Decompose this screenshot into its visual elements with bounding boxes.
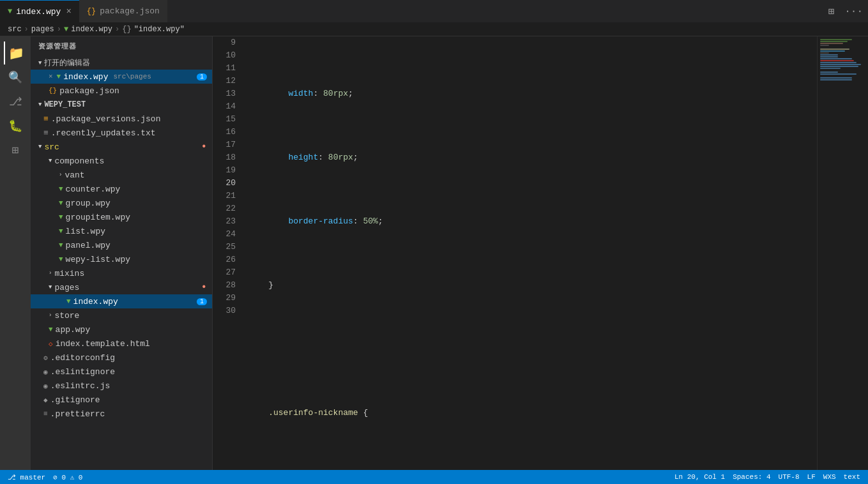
- minimap: [817, 36, 868, 470]
- chevron-right-store: ›: [49, 312, 52, 319]
- breadcrumb-file[interactable]: index.wpy: [71, 25, 112, 34]
- tree-item-index-wpy[interactable]: ▼ index.wpy 1: [31, 294, 212, 308]
- tab-index-wpy[interactable]: ▼ index.wpy ×: [0, 0, 79, 22]
- tree-item-mixins[interactable]: › mixins: [31, 266, 212, 280]
- tab-package-json[interactable]: {} package.json: [79, 0, 167, 22]
- wpy-icon-list: ▼: [59, 227, 63, 235]
- status-line-ending[interactable]: LF: [807, 473, 816, 481]
- status-text: text: [844, 473, 860, 481]
- tree-item-panel[interactable]: ▼ panel.wpy: [31, 238, 212, 252]
- code-line-9: width: 80rpx;: [248, 87, 817, 100]
- tree-item-store[interactable]: › store: [31, 308, 212, 322]
- line-numbers: 9 10 11 12 13 14 15 16 17 18 19 20 21 22…: [213, 36, 243, 470]
- tree-item-pkg-versions[interactable]: ≡ .package_versions.json: [31, 112, 212, 126]
- chevron-down-open-editors: ▼: [38, 60, 42, 66]
- lines-icon-prettier: ≡: [43, 410, 48, 418]
- code-line-14: .userinfo-nickname {: [248, 407, 817, 420]
- main-area: 📁 🔍 ⎇ 🐛 ⊞ 资源管理器 ▼ 打开的编辑器 × ▼ index.wpy s…: [0, 36, 868, 470]
- activity-git-icon[interactable]: ⎇: [4, 90, 27, 113]
- tree-item-vant[interactable]: › vant: [31, 168, 212, 182]
- wpy-icon-panel: ▼: [59, 241, 63, 249]
- breadcrumb-sep2: ›: [57, 25, 61, 34]
- activity-explorer-icon[interactable]: 📁: [4, 42, 27, 64]
- tree-item-prettierrc[interactable]: ≡ .prettierrc: [31, 407, 212, 421]
- activity-debug-icon[interactable]: 🐛: [4, 114, 27, 137]
- tree-item-group[interactable]: ▼ group.wpy: [31, 196, 212, 210]
- tree-item-groupitem[interactable]: ▼ groupitem.wpy: [31, 210, 212, 224]
- wpy-icon-1: ▼: [57, 73, 61, 80]
- tree-item-components[interactable]: ▼ components: [31, 154, 212, 168]
- chevron-down-project: ▼: [38, 102, 42, 108]
- open-editor-name-1: index.wpy: [63, 72, 108, 82]
- open-editors-item-1[interactable]: × ▼ index.wpy src\pages 1: [31, 70, 212, 84]
- activity-search-icon[interactable]: 🔍: [4, 66, 27, 89]
- chevron-down-src: ▼: [38, 144, 42, 150]
- json-tab-icon: {}: [87, 7, 96, 16]
- code-line-11: border-radius: 50%;: [248, 215, 817, 228]
- status-errors[interactable]: ⊘ 0 ⚠ 0: [53, 473, 82, 481]
- status-position: Ln 20, Col 1: [674, 473, 725, 481]
- tree-item-pages[interactable]: ▼ pages •: [31, 280, 212, 294]
- tree-item-gitignore[interactable]: ◆ .gitignore: [31, 393, 212, 407]
- wpy-tab-icon: ▼: [8, 7, 12, 16]
- tree-item-counter[interactable]: ▼ counter.wpy: [31, 182, 212, 196]
- split-editor-icon[interactable]: ⊞: [823, 5, 840, 18]
- close-x-1[interactable]: ×: [49, 73, 53, 80]
- breadcrumb-wpy-icon: ▼: [64, 25, 68, 34]
- breadcrumb-src[interactable]: src: [8, 25, 22, 34]
- open-editors-label[interactable]: ▼ 打开的编辑器: [31, 56, 212, 70]
- sidebar: 资源管理器 ▼ 打开的编辑器 × ▼ index.wpy src\pages 1…: [31, 36, 213, 470]
- badge-1: 1: [197, 73, 207, 80]
- status-bar: ⎇ master ⊘ 0 ⚠ 0 Ln 20, Col 1 Spaces: 4 …: [0, 470, 868, 484]
- code-area: width: 80rpx; height: 80rpx; border-radi…: [243, 36, 817, 470]
- breadcrumb-pages[interactable]: pages: [31, 25, 54, 34]
- tree-item-list[interactable]: ▼ list.wpy: [31, 224, 212, 238]
- tree-item-app-wpy[interactable]: ▼ app.wpy: [31, 322, 212, 337]
- status-language[interactable]: WXS: [823, 473, 836, 481]
- wpy-icon-group: ▼: [59, 199, 63, 207]
- status-spaces[interactable]: Spaces: 4: [733, 473, 770, 481]
- more-actions-icon[interactable]: ···: [839, 6, 868, 17]
- wpy-icon-wepy-list: ▼: [59, 255, 63, 263]
- tree-item-eslintrc[interactable]: ◉ .eslintrc.js: [31, 379, 212, 393]
- chevron-right-vant: ›: [59, 172, 62, 178]
- tab-close-icon[interactable]: ×: [66, 6, 71, 17]
- project-section: ▼ WEPY_TEST ≡ .package_versions.json ≡ .…: [31, 98, 212, 470]
- open-editors-item-2[interactable]: {} package.json: [31, 84, 212, 98]
- tree-item-recently[interactable]: ≡ .recently_updates.txt: [31, 126, 212, 140]
- sidebar-header: 资源管理器: [31, 36, 212, 56]
- breadcrumb-scope: {}: [122, 25, 131, 34]
- tree-item-index-template[interactable]: ◇ index.template.html: [31, 337, 212, 351]
- open-editor-path-1: src\pages: [113, 73, 151, 80]
- circle-icon-eslintrc: ◉: [43, 382, 48, 390]
- red-dot-pages: •: [201, 282, 207, 292]
- json-icon-2: {}: [49, 87, 57, 95]
- status-encoding[interactable]: UTF-8: [779, 473, 800, 481]
- activity-bar: 📁 🔍 ⎇ 🐛 ⊞: [0, 36, 31, 470]
- chevron-down-pages: ▼: [49, 284, 52, 291]
- tree-item-src[interactable]: ▼ src •: [31, 140, 212, 154]
- txt-icon: ≡: [43, 128, 49, 138]
- tree-item-wepy-list[interactable]: ▼ wepy-list.wpy: [31, 252, 212, 266]
- status-git-branch[interactable]: ⎇ master: [8, 473, 45, 481]
- editor-content[interactable]: 9 10 11 12 13 14 15 16 17 18 19 20 21 22…: [213, 36, 868, 470]
- open-editors-section: ▼ 打开的编辑器 × ▼ index.wpy src\pages 1 {} pa…: [31, 56, 212, 98]
- project-label[interactable]: ▼ WEPY_TEST: [31, 98, 212, 112]
- tab-bar: ▼ index.wpy × {} package.json ⊞ ···: [0, 0, 868, 22]
- app-container: ▼ index.wpy × {} package.json ⊞ ··· src …: [0, 0, 868, 484]
- tree-item-editorconfig[interactable]: ⚙ .editorconfig: [31, 351, 212, 365]
- diamond-icon-git: ◆: [43, 396, 48, 404]
- html-icon: ◇: [49, 340, 53, 348]
- wpy-icon-app: ▼: [49, 326, 53, 333]
- wpy-icon-groupitem: ▼: [59, 213, 63, 221]
- breadcrumb-sep3: ›: [115, 25, 119, 34]
- red-dot-src: •: [201, 142, 207, 152]
- chevron-right-mixins: ›: [49, 270, 52, 276]
- tree-item-eslintignore[interactable]: ◉ .eslintignore: [31, 365, 212, 379]
- badge-index: 1: [197, 298, 207, 305]
- chevron-down-components: ▼: [49, 158, 52, 164]
- json-icon: ≡: [43, 114, 49, 124]
- activity-extensions-icon[interactable]: ⊞: [4, 139, 27, 162]
- wpy-icon-index: ▼: [66, 298, 71, 305]
- code-line-12: }: [248, 279, 817, 292]
